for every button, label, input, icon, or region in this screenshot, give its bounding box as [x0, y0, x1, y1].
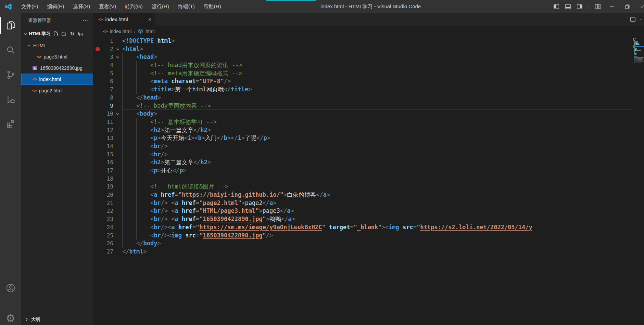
explorer-files-icon[interactable] [0, 13, 21, 38]
breakpoint-slot[interactable] [93, 61, 102, 69]
workspace-section-header[interactable]: HTML学习 ↻ [21, 28, 93, 40]
tree-item-1650390422890.jpg[interactable]: 1650390422890.jpg [21, 62, 93, 74]
gutter[interactable]: 22 [93, 207, 122, 215]
code-line-4[interactable]: 4<!-- head用来放网页的资讯 --> [93, 61, 644, 69]
code-line-1[interactable]: 1<!DOCTYPE html> [93, 37, 644, 45]
code-line-11[interactable]: 11<!-- 基本标签学习 --> [93, 118, 644, 126]
code-line-16[interactable]: 16<h2>第二篇文章</h2> [93, 158, 644, 167]
breadcrumb-file[interactable]: index.html [110, 29, 131, 34]
layout-sidebar-right-icon[interactable] [574, 0, 585, 13]
menu-item-7[interactable]: 终端(T) [174, 0, 199, 13]
code-line-5[interactable]: 5<!-- meta用来确定编码格式 --> [93, 69, 644, 78]
breakpoint-slot[interactable] [93, 151, 102, 159]
code-line-18[interactable]: 18 [93, 175, 644, 183]
tab-close-icon[interactable]: × [148, 16, 151, 22]
breakpoint-slot[interactable] [93, 158, 102, 167]
menu-item-1[interactable]: 文件(F) [17, 0, 42, 13]
menu-item-6[interactable]: 运行(R) [147, 0, 174, 13]
tab-index-html[interactable]: <> index.html × [93, 13, 155, 26]
code-line-20[interactable]: 20<a href="https://baiyi-ing.github.io/"… [93, 191, 644, 199]
gutter[interactable]: 17 [93, 167, 122, 175]
code-line-3[interactable]: 3<head> [93, 53, 644, 61]
code-line-19[interactable]: 19<!-- html的链接&图片 --> [93, 183, 644, 191]
gutter[interactable]: 25 [93, 232, 122, 240]
breakpoint-slot[interactable] [93, 110, 102, 118]
gutter[interactable]: 14 [93, 142, 122, 151]
breakpoint-dot[interactable] [93, 45, 102, 53]
gutter[interactable]: 12 [93, 126, 122, 134]
minimize-icon[interactable] [604, 0, 619, 13]
customize-layout-icon[interactable] [592, 0, 604, 13]
menu-item-4[interactable]: 查看(V) [94, 0, 121, 13]
menu-item-3[interactable]: 选择(S) [68, 0, 94, 13]
gutter[interactable]: 8 [93, 94, 122, 102]
code-line-14[interactable]: 14<br/> [93, 142, 644, 151]
settings-gear-icon[interactable]: ⚙ [0, 300, 21, 325]
code-line-17[interactable]: 17<p>开心</p> [93, 167, 644, 175]
collapse-all-icon[interactable] [78, 31, 84, 37]
source-control-icon[interactable] [0, 62, 21, 87]
gutter[interactable]: 5 [93, 69, 122, 78]
breakpoint-slot[interactable] [93, 175, 102, 183]
split-editor-icon[interactable] [630, 16, 636, 22]
restore-icon[interactable] [619, 0, 635, 13]
breakpoint-slot[interactable] [93, 134, 102, 142]
minimap[interactable] [633, 37, 644, 325]
code-line-9[interactable]: 9<!-- body里面放内容 --> [93, 102, 644, 110]
fold-chevron-icon[interactable] [113, 110, 122, 118]
menu-item-2[interactable]: 编辑(E) [42, 0, 68, 13]
breakpoint-slot[interactable] [93, 207, 102, 215]
code-line-27[interactable]: 27</html> [93, 248, 644, 256]
gutter[interactable]: 10 [93, 110, 122, 118]
gutter[interactable]: 4 [93, 61, 122, 69]
breakpoint-slot[interactable] [93, 53, 102, 61]
outline-section[interactable]: 大纲 [21, 314, 93, 325]
new-folder-icon[interactable] [61, 31, 67, 37]
breakpoint-slot[interactable] [93, 223, 102, 232]
breadcrumb-symbol[interactable]: html [146, 29, 154, 34]
gutter[interactable]: 3 [93, 53, 122, 61]
layout-panel-icon[interactable] [562, 0, 574, 13]
run-debug-icon[interactable] [0, 87, 21, 112]
breakpoint-slot[interactable] [93, 167, 102, 175]
extensions-icon[interactable] [0, 112, 21, 136]
breakpoint-slot[interactable] [93, 183, 102, 191]
code-line-12[interactable]: 12<h2>第一篇文章</h2> [93, 126, 644, 134]
gutter[interactable]: 15 [93, 151, 122, 159]
fold-chevron-icon[interactable] [113, 45, 122, 53]
gutter[interactable]: 23 [93, 215, 122, 223]
breakpoint-slot[interactable] [93, 239, 102, 248]
fold-chevron-icon[interactable] [113, 53, 122, 61]
breakpoint-slot[interactable] [93, 94, 102, 102]
breakpoint-slot[interactable] [93, 102, 102, 110]
breakpoint-slot[interactable] [93, 69, 102, 78]
gutter[interactable]: 20 [93, 191, 122, 199]
gutter[interactable]: 13 [93, 134, 122, 142]
gutter[interactable]: 7 [93, 86, 122, 94]
code-line-21[interactable]: 21<br/> <a href="page2.html">page2</a> [93, 199, 644, 207]
tree-item-index.html[interactable]: <>index.html [21, 74, 93, 85]
refresh-icon[interactable]: ↻ [70, 31, 75, 37]
search-icon[interactable] [0, 38, 21, 62]
gutter[interactable]: 11 [93, 118, 122, 126]
breakpoint-slot[interactable] [93, 199, 102, 207]
gutter[interactable]: 1 [93, 37, 122, 45]
gutter[interactable]: 21 [93, 199, 122, 207]
code-line-22[interactable]: 22<br/> <a href="HTML/page3.html">page3<… [93, 207, 644, 215]
code-line-13[interactable]: 13<p>今天开始<i><b>入门</b></i>了呢</p> [93, 134, 644, 142]
gutter[interactable]: 6 [93, 77, 122, 86]
breakpoint-slot[interactable] [93, 77, 102, 86]
account-icon[interactable] [0, 276, 21, 300]
gutter[interactable]: 24 [93, 223, 122, 232]
code-line-10[interactable]: 10<body> [93, 110, 644, 118]
breakpoint-slot[interactable] [93, 86, 102, 94]
breakpoint-slot[interactable] [93, 248, 102, 256]
gutter[interactable]: 9 [93, 102, 122, 110]
layout-sidebar-left-icon[interactable] [551, 0, 562, 13]
gutter[interactable]: 2 [93, 45, 122, 53]
breakpoint-slot[interactable] [93, 232, 102, 240]
gutter[interactable]: 18 [93, 175, 122, 183]
gutter[interactable]: 26 [93, 239, 122, 248]
menu-item-5[interactable]: 转到(G) [121, 0, 147, 13]
sidebar-more-actions-icon[interactable]: ··· [83, 17, 89, 24]
